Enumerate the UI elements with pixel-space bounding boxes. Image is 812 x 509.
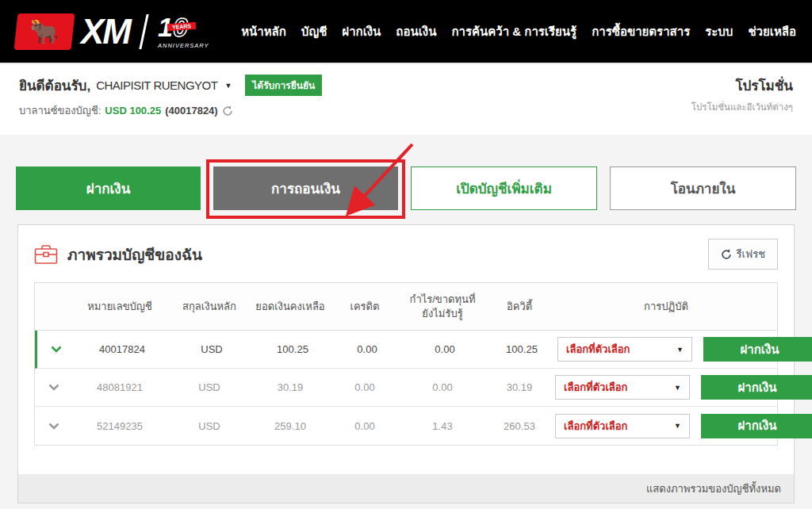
years-ribbon: YEARS [167,22,197,31]
chevron-down-icon[interactable] [35,384,73,391]
options-dropdown-label: เลือกที่ตัวเลือก [566,341,630,358]
cell-credit: 0.00 [331,343,404,355]
cell-credit: 0.00 [328,381,401,393]
cell-currency: USD [167,420,252,432]
promotions-block[interactable]: โปรโมชั่น โปรโมชั่นและอีเว้นท์ต่างๆ [691,75,793,135]
cell-account: 48081921 [73,381,167,393]
cell-equity: 100.25 [486,343,557,355]
cell-currency: USD [169,343,255,355]
content-area: ฝากเงิน การถอนเงิน เปิดบัญชีเพิ่มเติม โอ… [0,135,812,509]
header-actions: การปฏิบัติ [555,295,777,319]
chevron-down-icon[interactable] [37,346,75,353]
options-dropdown-label: เลือกที่ตัวเลือก [564,379,628,396]
cell-actions: เลือกที่ตัวเลือก ▼ ฝากเงิน [555,414,812,438]
refresh-icon [721,249,732,260]
tab-withdrawal[interactable]: การถอนเงิน [213,166,398,210]
tab-withdrawal-label: การถอนเงิน [271,178,340,199]
refresh-label: รีเฟรช [737,246,765,262]
panel-footer: แสดงภาพรวมของบัญชีทั้งหมด [18,474,794,503]
tab-internal-transfer[interactable]: โอนภายใน [610,166,796,210]
cell-currency: USD [167,381,252,393]
dropdown-caret-icon: ▼ [674,384,681,392]
main-nav: หน้าหลัก บัญชี ฝากเงิน ถอนเงิน การค้นคว้… [241,22,796,41]
refresh-button[interactable]: รีเฟรช [708,239,778,270]
top-nav-bar: 🐂 XM 10 YEARS ANNIVERSARY หน้าหลัก บัญชี… [0,0,812,64]
nav-item-platform[interactable]: ระบบ [705,22,733,41]
cell-balance: 259.10 [252,420,328,432]
user-menu-caret-icon[interactable]: ▼ [224,82,232,90]
cell-account: 52149235 [73,420,167,432]
table-row: 40017824 USD 100.25 0.00 0.00 100.25 เลื… [35,331,777,369]
cell-balance: 30.19 [252,381,328,393]
tab-open-additional-account[interactable]: เปิดบัญชีเพิ่มเติม [411,166,597,210]
accounts-table: หมายเลขบัญชี สกุลเงินหลัก ยอดเงินคงเหลือ… [34,282,778,446]
chevron-down-icon[interactable] [35,423,73,430]
promotions-subtitle: โปรโมชั่นและอีเว้นท์ต่างๆ [691,100,793,114]
username: CHAIPISIT RUENGYOT [96,78,217,92]
nav-item-home[interactable]: หน้าหลัก [241,22,286,41]
cell-balance: 100.25 [255,343,331,355]
welcome-greeting: ยินดีต้อนรับ, [19,75,90,96]
verified-badge: ได้รับการยืนยัน [245,75,322,96]
table-row: 52149235 USD 259.10 0.00 1.43 260.53 เลื… [35,407,777,445]
dropdown-caret-icon: ▼ [674,422,681,430]
header-currency: สกุลเงินหลัก [167,295,252,319]
cell-account: 40017824 [75,343,169,355]
show-all-accounts-link[interactable]: แสดงภาพรวมของบัญชีทั้งหมด [646,480,781,497]
anniversary-label: ANNIVERSARY [158,42,209,49]
cell-equity: 260.53 [484,420,555,432]
deposit-button[interactable]: ฝากเงิน [701,375,812,400]
header-balance: ยอดเงินคงเหลือ [252,295,328,319]
header-pnl: กำไร/ขาดทุนที่ยังไม่รับรู้ [401,288,484,325]
logo-divider [139,14,148,49]
deposit-button[interactable]: ฝากเงิน [703,337,812,362]
cell-pnl: 0.00 [404,343,486,355]
options-dropdown[interactable]: เลือกที่ตัวเลือก ▼ [555,375,690,400]
cell-credit: 0.00 [328,420,401,432]
nav-item-help[interactable]: ช่วยเหลือ [748,22,796,41]
promotions-title[interactable]: โปรโมชั่น [691,75,793,96]
xm-logo[interactable]: 🐂 XM 10 YEARS ANNIVERSARY [16,13,209,50]
header-credit: เครดิต [328,295,401,319]
header-equity: อิควิตี้ [484,295,555,319]
header-expand [35,302,73,312]
table-row: 48081921 USD 30.19 0.00 0.00 30.19 เลือก… [35,369,777,407]
balance-label: บาลานซ์ของบัญชี: [19,102,101,119]
cell-pnl: 0.00 [401,381,484,393]
deposit-button[interactable]: ฝากเงิน [701,414,812,438]
account-overview-panel: ภาพรวมบัญชีของฉัน รีเฟรช หมายเลขบัญชี สก… [17,224,795,503]
cell-pnl: 1.43 [401,420,484,432]
panel-title: ภาพรวมบัญชีของฉัน [67,243,708,266]
cell-actions: เลือกที่ตัวเลือก ▼ ฝากเงิน [557,337,812,362]
options-dropdown[interactable]: เลือกที่ตัวเลือก ▼ [557,337,692,362]
welcome-strip: ยินดีต้อนรับ, CHAIPISIT RUENGYOT ▼ ได้รั… [0,64,812,135]
brand-text: XM [81,14,130,49]
briefcase-icon [34,244,58,265]
ten-years-badge: 10 YEARS ANNIVERSARY [158,13,209,49]
balance-account-number: (40017824) [165,105,218,117]
tab-deposit[interactable]: ฝากเงิน [16,166,201,210]
cell-equity: 30.19 [484,381,555,393]
table-header-row: หมายเลขบัญชี สกุลเงินหลัก ยอดเงินคงเหลือ… [35,283,777,331]
header-account: หมายเลขบัญชี [73,295,167,319]
nav-item-account[interactable]: บัญชี [301,22,327,41]
nav-item-deposit[interactable]: ฝากเงิน [342,22,381,41]
welcome-left: ยินดีต้อนรับ, CHAIPISIT RUENGYOT ▼ ได้รั… [19,75,322,135]
nav-item-withdraw[interactable]: ถอนเงิน [396,22,436,41]
dropdown-caret-icon: ▼ [676,346,684,354]
balance-value: USD 100.25 [105,105,161,117]
action-tabs: ฝากเงิน การถอนเงิน เปิดบัญชีเพิ่มเติม โอ… [0,135,812,210]
options-dropdown[interactable]: เลือกที่ตัวเลือก ▼ [555,414,690,438]
cell-actions: เลือกที่ตัวเลือก ▼ ฝากเงิน [555,375,812,400]
nav-item-instruments[interactable]: การซื้อขายตราสาร [592,22,690,41]
nav-item-research[interactable]: การค้นคว้า & การเรียนรู้ [451,22,576,41]
bull-icon: 🐂 [14,13,75,50]
balance-refresh-icon[interactable] [222,105,233,117]
options-dropdown-label: เลือกที่ตัวเลือก [564,418,628,434]
bull-glyph: 🐂 [29,20,59,44]
